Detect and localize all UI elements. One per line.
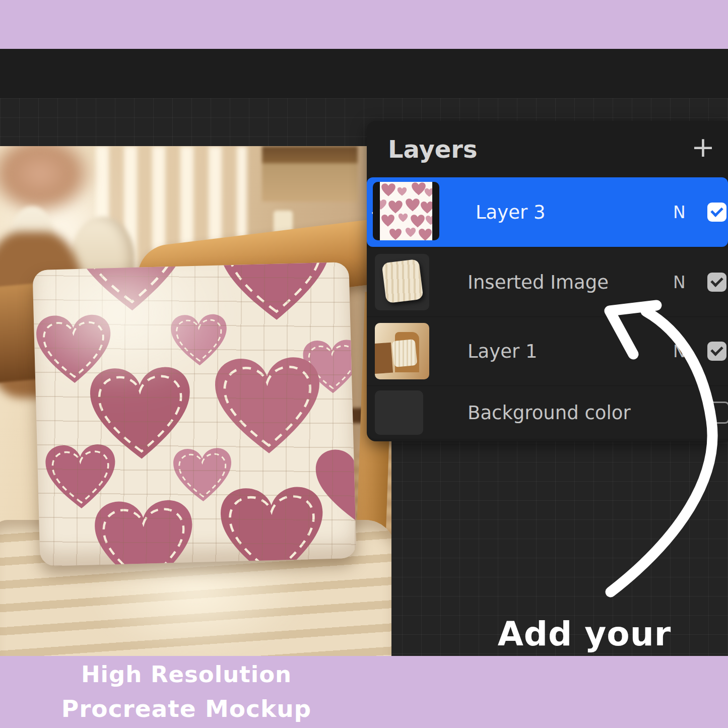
add-layer-button[interactable]: + [691,133,715,161]
top-border [0,0,728,49]
layer-visibility-checkbox[interactable] [707,342,726,361]
layer-visibility-checkbox[interactable] [707,273,726,292]
heart-pattern-pillow [32,262,356,566]
layer-name: Inserted Image [468,272,609,293]
layer-thumbnail-scene[interactable] [375,323,429,379]
blend-mode-button[interactable]: N [673,273,686,292]
blend-mode-button[interactable]: N [673,342,686,361]
scene-thumb-art [375,323,429,379]
layer-row-layer-1[interactable]: Layer 1 N [367,317,728,385]
procreate-toolbar: S [0,49,728,98]
layer-name: Background color [468,402,631,424]
drawing-canvas[interactable]: Layers + [0,98,728,656]
layers-panel-header: Layers + [367,121,728,177]
layer-visibility-checkbox[interactable] [707,402,728,424]
footer-caption: High Resolution Procreate Mockup [40,661,333,722]
layer-name: Layer 3 [476,202,545,223]
hearts-thumb-art [380,182,432,240]
layer-row-inserted-image[interactable]: Inserted Image N [367,248,728,316]
checkmark-icon [710,274,723,287]
layer-visibility-checkbox[interactable] [707,203,726,222]
checkmark-icon [710,204,723,217]
picture-frame [262,146,358,202]
layer-row-background-color[interactable]: Background color [367,386,728,439]
annotation-line-1: Add your [453,607,715,662]
layer-thumbnail-hearts[interactable] [373,182,439,240]
layer-name: Layer 1 [468,341,537,362]
mockup-photo [0,146,391,656]
footer-line-1: High Resolution [40,661,333,688]
pillow-thumb-art [381,259,423,303]
layer-thumbnail-pillow[interactable] [375,254,429,310]
layers-panel-title: Layers [388,135,478,163]
layer-row-layer-3[interactable]: Layer 3 N [367,177,728,247]
checkmark-icon [710,343,723,356]
blend-mode-button[interactable]: N [673,203,686,222]
footer-line-2: Procreate Mockup [40,695,333,722]
background-color-swatch[interactable] [375,390,423,435]
procreate-mockup-screenshot: S [0,0,728,728]
layers-panel: Layers + [367,121,728,441]
